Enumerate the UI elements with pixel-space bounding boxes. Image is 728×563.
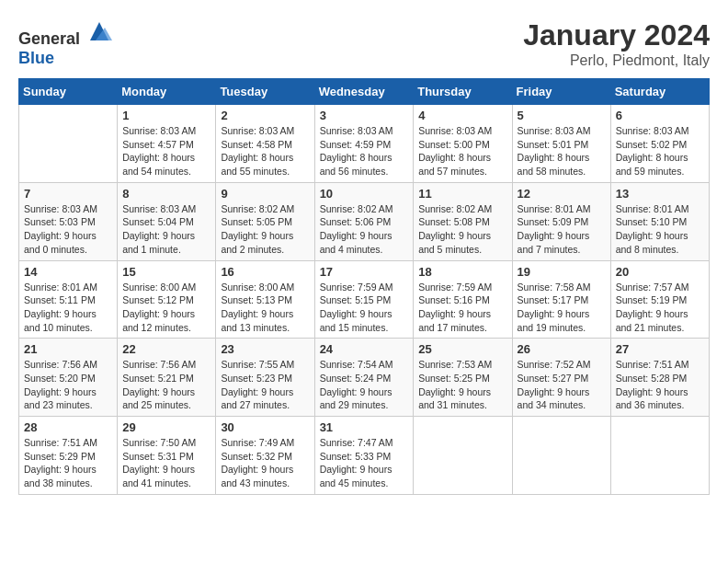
calendar-cell: 17Sunrise: 7:59 AMSunset: 5:15 PMDayligh… [314,260,414,339]
day-number: 6 [616,109,704,122]
calendar-table: SundayMondayTuesdayWednesdayThursdayFrid… [18,78,710,495]
calendar-cell: 10Sunrise: 8:02 AMSunset: 5:06 PMDayligh… [314,182,414,260]
day-info: Sunrise: 8:03 AMSunset: 5:04 PMDaylight:… [122,202,210,257]
day-info: Sunrise: 8:00 AMSunset: 5:13 PMDaylight:… [221,281,309,335]
calendar-header-tuesday: Tuesday [216,79,314,105]
calendar-cell: 4Sunrise: 8:03 AMSunset: 5:00 PMDaylight… [414,105,512,183]
day-info: Sunrise: 8:03 AMSunset: 4:57 PMDaylight:… [122,124,210,178]
day-number: 5 [518,109,606,122]
calendar-cell: 14Sunrise: 8:01 AMSunset: 5:11 PMDayligh… [19,260,118,339]
day-number: 26 [518,342,606,356]
calendar-cell: 31Sunrise: 7:47 AMSunset: 5:33 PMDayligh… [314,417,414,495]
day-info: Sunrise: 8:03 AMSunset: 4:59 PMDaylight:… [320,124,409,178]
day-number: 31 [320,420,409,434]
day-info: Sunrise: 8:03 AMSunset: 5:02 PMDaylight:… [616,124,704,178]
day-number: 11 [418,187,506,201]
day-info: Sunrise: 8:01 AMSunset: 5:10 PMDaylight:… [616,202,704,257]
day-info: Sunrise: 7:59 AMSunset: 5:15 PMDaylight:… [320,281,409,335]
calendar-cell: 20Sunrise: 7:57 AMSunset: 5:19 PMDayligh… [610,260,709,339]
day-number: 29 [122,420,210,434]
calendar-body: 1Sunrise: 8:03 AMSunset: 4:57 PMDaylight… [19,105,710,495]
calendar-cell: 2Sunrise: 8:03 AMSunset: 4:58 PMDaylight… [216,105,314,183]
calendar-cell [512,417,610,495]
day-number: 4 [418,109,506,122]
calendar-header-saturday: Saturday [610,79,709,105]
day-info: Sunrise: 8:03 AMSunset: 4:58 PMDaylight:… [221,124,309,178]
calendar-cell: 27Sunrise: 7:51 AMSunset: 5:28 PMDayligh… [610,339,709,417]
day-number: 13 [616,187,704,201]
calendar-header-thursday: Thursday [414,79,512,105]
day-info: Sunrise: 7:55 AMSunset: 5:23 PMDaylight:… [221,358,309,412]
day-number: 20 [616,265,704,279]
day-number: 17 [320,265,409,279]
calendar-cell: 1Sunrise: 8:03 AMSunset: 4:57 PMDaylight… [118,105,216,183]
calendar-cell: 21Sunrise: 7:56 AMSunset: 5:20 PMDayligh… [19,339,118,417]
day-info: Sunrise: 7:54 AMSunset: 5:24 PMDaylight:… [320,358,409,412]
day-info: Sunrise: 8:03 AMSunset: 5:00 PMDaylight:… [418,124,506,178]
day-number: 12 [518,187,606,201]
calendar-week-2: 7Sunrise: 8:03 AMSunset: 5:03 PMDaylight… [19,182,710,260]
calendar-cell: 7Sunrise: 8:03 AMSunset: 5:03 PMDaylight… [19,182,118,260]
day-info: Sunrise: 7:58 AMSunset: 5:17 PMDaylight:… [518,281,606,335]
day-info: Sunrise: 7:47 AMSunset: 5:33 PMDaylight:… [320,436,409,490]
calendar-cell: 28Sunrise: 7:51 AMSunset: 5:29 PMDayligh… [19,417,118,495]
location-title: Perlo, Piedmont, Italy [523,52,710,69]
day-number: 24 [320,342,409,356]
day-info: Sunrise: 7:52 AMSunset: 5:27 PMDaylight:… [518,358,606,412]
calendar-cell: 11Sunrise: 8:02 AMSunset: 5:08 PMDayligh… [414,182,512,260]
day-info: Sunrise: 7:53 AMSunset: 5:25 PMDaylight:… [418,358,506,412]
logo-text: General Blue [18,18,112,68]
day-info: Sunrise: 7:50 AMSunset: 5:31 PMDaylight:… [122,436,210,490]
day-number: 2 [221,109,309,122]
calendar-cell: 3Sunrise: 8:03 AMSunset: 4:59 PMDaylight… [314,105,414,183]
day-info: Sunrise: 7:59 AMSunset: 5:16 PMDaylight:… [418,281,506,335]
calendar-header-monday: Monday [118,79,216,105]
day-info: Sunrise: 7:56 AMSunset: 5:20 PMDaylight:… [24,358,112,412]
calendar-cell: 19Sunrise: 7:58 AMSunset: 5:17 PMDayligh… [512,260,610,339]
day-number: 30 [221,420,309,434]
day-info: Sunrise: 8:03 AMSunset: 5:03 PMDaylight:… [24,202,112,257]
calendar-cell: 12Sunrise: 8:01 AMSunset: 5:09 PMDayligh… [512,182,610,260]
calendar-cell: 18Sunrise: 7:59 AMSunset: 5:16 PMDayligh… [414,260,512,339]
day-number: 10 [320,187,409,201]
day-number: 16 [221,265,309,279]
day-info: Sunrise: 8:03 AMSunset: 5:01 PMDaylight:… [518,124,606,178]
day-number: 1 [122,109,210,122]
day-number: 21 [24,342,112,356]
calendar-cell: 8Sunrise: 8:03 AMSunset: 5:04 PMDaylight… [118,182,216,260]
day-number: 27 [616,342,704,356]
calendar-cell: 9Sunrise: 8:02 AMSunset: 5:05 PMDaylight… [216,182,314,260]
calendar-cell: 30Sunrise: 7:49 AMSunset: 5:32 PMDayligh… [216,417,314,495]
day-number: 25 [418,342,506,356]
month-title: January 2024 [523,18,710,52]
day-number: 14 [24,265,112,279]
calendar-header-row: SundayMondayTuesdayWednesdayThursdayFrid… [19,79,710,105]
calendar-cell: 29Sunrise: 7:50 AMSunset: 5:31 PMDayligh… [118,417,216,495]
day-info: Sunrise: 7:57 AMSunset: 5:19 PMDaylight:… [616,281,704,335]
calendar-cell: 22Sunrise: 7:56 AMSunset: 5:21 PMDayligh… [118,339,216,417]
calendar-week-4: 21Sunrise: 7:56 AMSunset: 5:20 PMDayligh… [19,339,710,417]
day-info: Sunrise: 7:51 AMSunset: 5:29 PMDaylight:… [24,436,112,490]
calendar-cell: 13Sunrise: 8:01 AMSunset: 5:10 PMDayligh… [610,182,709,260]
calendar-cell: 23Sunrise: 7:55 AMSunset: 5:23 PMDayligh… [216,339,314,417]
day-number: 22 [122,342,210,356]
calendar-cell: 5Sunrise: 8:03 AMSunset: 5:01 PMDaylight… [512,105,610,183]
day-info: Sunrise: 8:02 AMSunset: 5:05 PMDaylight:… [221,202,309,257]
day-number: 19 [518,265,606,279]
calendar-cell [19,105,118,183]
day-info: Sunrise: 7:51 AMSunset: 5:28 PMDaylight:… [616,358,704,412]
calendar-cell [414,417,512,495]
day-info: Sunrise: 7:56 AMSunset: 5:21 PMDaylight:… [122,358,210,412]
day-info: Sunrise: 7:49 AMSunset: 5:32 PMDaylight:… [221,436,309,490]
calendar-week-3: 14Sunrise: 8:01 AMSunset: 5:11 PMDayligh… [19,260,710,339]
day-number: 23 [221,342,309,356]
day-info: Sunrise: 8:01 AMSunset: 5:11 PMDaylight:… [24,281,112,335]
title-area: January 2024 Perlo, Piedmont, Italy [523,18,710,69]
header: General Blue January 2024 Perlo, Piedmon… [18,18,710,69]
day-info: Sunrise: 8:02 AMSunset: 5:08 PMDaylight:… [418,202,506,257]
day-info: Sunrise: 8:00 AMSunset: 5:12 PMDaylight:… [122,281,210,335]
calendar-cell: 6Sunrise: 8:03 AMSunset: 5:02 PMDaylight… [610,105,709,183]
calendar-cell [610,417,709,495]
day-number: 9 [221,187,309,201]
calendar-header-friday: Friday [512,79,610,105]
